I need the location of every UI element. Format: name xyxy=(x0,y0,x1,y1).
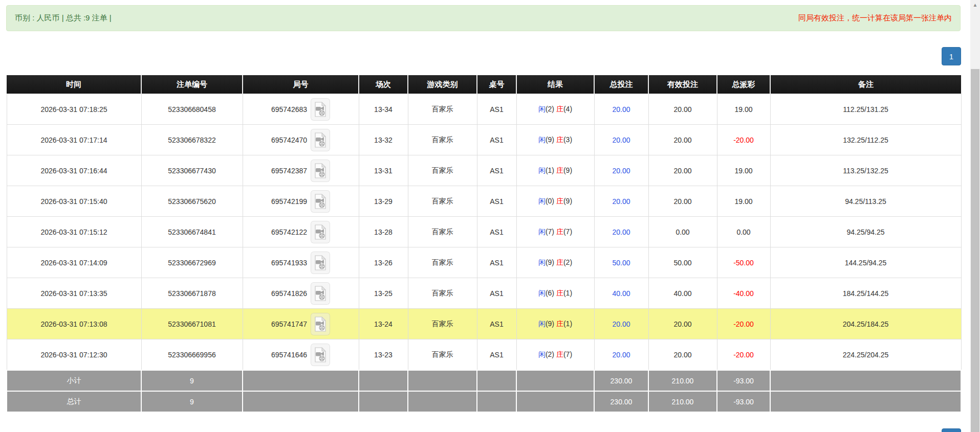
banker-result-value: (3) xyxy=(563,135,572,144)
banker-result-label: 庄 xyxy=(556,105,563,113)
result-cell: 闲(2) 庄(4) xyxy=(516,94,594,125)
player-result-value: (6) xyxy=(546,289,554,297)
session-cell: 13-26 xyxy=(359,247,408,278)
video-replay-button[interactable] xyxy=(311,160,330,182)
player-result-label: 闲 xyxy=(538,289,546,297)
bet-id-cell: 523306680458 xyxy=(141,94,243,125)
video-film-icon xyxy=(314,163,327,178)
video-film-icon xyxy=(314,194,327,209)
payout-cell: 19.00 xyxy=(717,186,770,217)
pagination-bottom-page-1-button[interactable]: 1 xyxy=(942,428,961,432)
video-replay-button[interactable] xyxy=(311,344,330,366)
payout-cell: -20.00 xyxy=(717,309,770,339)
payout-cell: -20.00 xyxy=(717,339,770,371)
player-result-value: (9) xyxy=(546,258,554,266)
table-row: 2026-03-31 07:13:35 523306671878 6957418… xyxy=(7,278,961,309)
payout-cell: 19.00 xyxy=(717,155,770,186)
col-result: 结果 xyxy=(516,75,594,94)
table-row: 2026-03-31 07:13:08 523306671081 6957417… xyxy=(7,309,961,339)
round-id-cell: 695741826 xyxy=(243,278,359,309)
player-result-value: (2) xyxy=(546,105,554,113)
video-replay-button[interactable] xyxy=(311,221,330,243)
grand-total-total-bet: 230.00 xyxy=(594,391,648,412)
banker-result-value: (2) xyxy=(563,258,572,266)
session-cell: 13-28 xyxy=(359,217,408,247)
banker-result-value: (1) xyxy=(563,289,572,297)
session-cell: 13-24 xyxy=(359,309,408,339)
bet-id-cell: 523306675620 xyxy=(141,186,243,217)
total-bet-cell: 20.00 xyxy=(594,217,648,247)
pagination-page-1-button[interactable]: 1 xyxy=(942,47,961,65)
video-film-icon xyxy=(314,255,327,270)
player-result-value: (0) xyxy=(546,197,554,205)
subtotal-count: 9 xyxy=(141,370,243,391)
game-type-cell: 百家乐 xyxy=(408,155,477,186)
remark-cell: 132.25/112.25 xyxy=(770,125,961,155)
player-result-value: (9) xyxy=(546,135,554,144)
col-game-type: 游戏类别 xyxy=(408,75,477,94)
time-cell: 2026-03-31 07:17:14 xyxy=(7,125,141,155)
video-replay-button[interactable] xyxy=(311,129,330,151)
player-result-label: 闲 xyxy=(538,105,546,113)
table-no-cell: AS1 xyxy=(477,217,516,247)
currency-total-text: 币别 : 人民币 | 总共 :9 注单 | xyxy=(15,13,112,23)
round-id-cell: 695742470 xyxy=(243,125,359,155)
bet-id-cell: 523306672969 xyxy=(141,247,243,278)
table-row: 2026-03-31 07:16:44 523306677430 6957423… xyxy=(7,155,961,186)
banker-result-value: (1) xyxy=(563,320,572,328)
time-cell: 2026-03-31 07:15:12 xyxy=(7,217,141,247)
valid-bet-cell: 20.00 xyxy=(648,94,717,125)
video-replay-button[interactable] xyxy=(311,313,330,335)
player-result-value: (9) xyxy=(546,320,554,328)
table-row: 2026-03-31 07:12:30 523306669956 6957416… xyxy=(7,339,961,371)
scrollbar-thumb[interactable] xyxy=(971,69,979,432)
valid-bet-cell: 50.00 xyxy=(648,247,717,278)
game-type-cell: 百家乐 xyxy=(408,309,477,339)
player-result-value: (1) xyxy=(546,166,554,174)
round-id-cell: 695741747 xyxy=(243,309,359,339)
table-no-cell: AS1 xyxy=(477,125,516,155)
game-type-cell: 百家乐 xyxy=(408,339,477,371)
round-id-cell: 695742199 xyxy=(243,186,359,217)
round-id-text: 695741646 xyxy=(271,351,307,359)
time-cell: 2026-03-31 07:14:09 xyxy=(7,247,141,278)
result-cell: 闲(6) 庄(1) xyxy=(516,278,594,309)
result-cell: 闲(0) 庄(9) xyxy=(516,186,594,217)
table-no-cell: AS1 xyxy=(477,186,516,217)
video-replay-button[interactable] xyxy=(311,190,330,213)
player-result-label: 闲 xyxy=(538,350,546,358)
game-type-cell: 百家乐 xyxy=(408,247,477,278)
table-no-cell: AS1 xyxy=(477,94,516,125)
table-no-cell: AS1 xyxy=(477,309,516,339)
total-bet-cell: 20.00 xyxy=(594,339,648,371)
session-cell: 13-23 xyxy=(359,339,408,371)
game-type-cell: 百家乐 xyxy=(408,186,477,217)
col-session: 场次 xyxy=(359,75,408,94)
time-cell: 2026-03-31 07:15:40 xyxy=(7,186,141,217)
session-cell: 13-32 xyxy=(359,125,408,155)
video-film-icon xyxy=(314,132,327,148)
round-id-cell: 695742683 xyxy=(243,94,359,125)
video-replay-button[interactable] xyxy=(311,282,330,305)
remark-cell: 94.25/113.25 xyxy=(770,186,961,217)
total-bet-cell: 40.00 xyxy=(594,278,648,309)
round-id-text: 695742387 xyxy=(271,167,307,175)
valid-bet-cell: 40.00 xyxy=(648,278,717,309)
scroll-up-icon[interactable]: ▲ xyxy=(970,2,980,8)
grand-total-valid-bet: 210.00 xyxy=(648,391,717,412)
col-remark: 备注 xyxy=(770,75,961,94)
bet-id-cell: 523306678322 xyxy=(141,125,243,155)
banker-result-value: (4) xyxy=(563,105,572,113)
game-type-cell: 百家乐 xyxy=(408,125,477,155)
vertical-scrollbar[interactable]: ▲ xyxy=(970,0,980,432)
banker-result-label: 庄 xyxy=(556,166,563,174)
video-replay-button[interactable] xyxy=(311,252,330,274)
total-bet-cell: 20.00 xyxy=(594,155,648,186)
session-cell: 13-34 xyxy=(359,94,408,125)
game-type-cell: 百家乐 xyxy=(408,94,477,125)
banker-result-label: 庄 xyxy=(556,228,563,236)
result-cell: 闲(2) 庄(7) xyxy=(516,339,594,371)
col-time: 时间 xyxy=(7,75,141,94)
video-film-icon xyxy=(314,224,327,240)
video-replay-button[interactable] xyxy=(311,98,330,121)
